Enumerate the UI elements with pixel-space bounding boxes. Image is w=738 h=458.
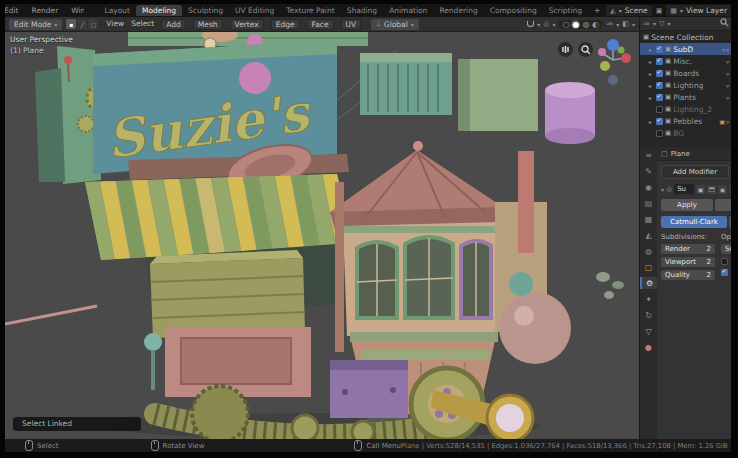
modifiers-tab-icon[interactable]: ⚙ xyxy=(640,277,657,289)
view-layer-tab-icon[interactable]: ▦ xyxy=(641,213,656,225)
tool-tab-icon[interactable]: ✎ xyxy=(641,165,656,177)
expand-icon[interactable]: ▸ xyxy=(649,58,654,65)
tab-compositing[interactable]: Compositing xyxy=(484,5,543,16)
simple-button[interactable] xyxy=(729,216,731,228)
tab-shading[interactable]: Shading xyxy=(341,5,383,16)
snap-magnet-icon[interactable] xyxy=(527,21,534,27)
apply-button[interactable]: Apply xyxy=(661,199,713,211)
vertex-select-icon[interactable]: ▪ xyxy=(66,19,76,29)
uv-smooth-dropdown[interactable]: Smooth xyxy=(721,244,731,254)
menu-select[interactable]: Select xyxy=(131,19,154,30)
outliner-item-pebbles[interactable]: ▸ ▣ Pebbles ▣▿ xyxy=(640,115,731,127)
copy-button[interactable] xyxy=(715,199,731,211)
checkbox[interactable] xyxy=(656,106,663,113)
menu-window[interactable]: Window xyxy=(69,5,84,16)
extra-toggle[interactable]: ▽ xyxy=(729,185,731,194)
render-tab-icon[interactable]: ◉ xyxy=(641,181,656,193)
checkbox[interactable] xyxy=(656,70,663,77)
menu-edge[interactable]: Edge xyxy=(271,19,300,30)
transform-orientation-dropdown[interactable]: ⟂ Global ▾ xyxy=(371,19,419,30)
show-overlays-icon[interactable]: ◧ xyxy=(622,20,629,28)
expand-icon[interactable]: ▸ xyxy=(649,46,654,53)
show-gizmos-icon[interactable]: ≔ xyxy=(606,20,613,28)
tab-modeling[interactable]: Modeling xyxy=(136,5,182,16)
outliner-item-misc[interactable]: ▸ ▣ Misc. ▿ xyxy=(640,55,731,67)
menu-uv[interactable]: UV xyxy=(341,19,362,30)
checkbox[interactable] xyxy=(721,258,728,265)
outliner-item-subd[interactable]: ▸ ▣ SubD ▿▿ xyxy=(640,43,731,55)
menu-view[interactable]: View xyxy=(106,19,124,30)
view-layer-selector[interactable]: ▦ ▾ View Layer xyxy=(666,5,731,16)
tab-animation[interactable]: Animation xyxy=(383,5,433,16)
tab-texture-paint[interactable]: Texture Paint xyxy=(280,5,340,16)
render-display-toggle[interactable]: ◉ xyxy=(718,185,727,194)
rendered-shading-icon[interactable]: ◐ xyxy=(591,20,600,29)
add-modifier-button[interactable]: Add Modifier xyxy=(661,165,729,179)
edge-select-icon[interactable]: ╱ xyxy=(77,19,87,29)
face-select-icon[interactable]: ▢ xyxy=(88,19,98,29)
use-limit-option[interactable]: Use xyxy=(721,268,731,276)
quality-field[interactable]: Quality 2 xyxy=(661,270,715,280)
navigation-gizmo[interactable] xyxy=(593,36,635,96)
outliner-item-lighting-2[interactable]: ▣ Lighting_2 xyxy=(640,103,731,115)
optimal-display-option[interactable]: Optimal xyxy=(721,257,731,265)
menu-add[interactable]: Add xyxy=(161,19,186,30)
proportional-edit-icon[interactable]: ◎ xyxy=(543,20,549,28)
zoom-view-button[interactable] xyxy=(578,42,593,57)
expand-icon[interactable]: ▸ xyxy=(649,94,654,101)
checkbox[interactable] xyxy=(656,58,663,65)
tab-rendering[interactable]: Rendering xyxy=(433,5,483,16)
outliner-root[interactable]: ▣ Scene Collection xyxy=(640,31,731,43)
mode-dropdown[interactable]: Edit Mode ▾ xyxy=(9,19,62,30)
menu-face[interactable]: Face xyxy=(307,19,334,30)
material-shading-icon[interactable]: ◍ xyxy=(581,20,590,29)
scene-selector[interactable]: ◭ ▾ Scene xyxy=(606,5,651,16)
expand-icon[interactable]: ▾ xyxy=(661,186,664,193)
tab-scripting[interactable]: Scripting xyxy=(543,5,588,16)
wireframe-shading-icon[interactable]: ○ xyxy=(561,20,570,29)
tab-sculpting[interactable]: Sculpting xyxy=(182,5,229,16)
outliner-item-lighting[interactable]: ▸ ▣ Lighting ▿ xyxy=(640,79,731,91)
checkbox[interactable] xyxy=(656,130,663,137)
tab-layout[interactable]: Layout xyxy=(98,5,136,16)
editor-type-icon[interactable]: ≡ xyxy=(641,149,656,161)
search-icon[interactable] xyxy=(720,18,729,29)
add-workspace-button[interactable]: + xyxy=(588,5,606,16)
checkbox[interactable] xyxy=(656,82,663,89)
scene-tab-icon[interactable]: ◭ xyxy=(641,229,656,241)
operator-panel[interactable]: Select Linked xyxy=(13,417,141,431)
display-mode-icon[interactable]: ≔ xyxy=(643,20,650,28)
object-tab-icon[interactable]: ▢ xyxy=(641,261,656,273)
outliner-item-boards[interactable]: ▸ ▣ Boards ▿ xyxy=(640,67,731,79)
menu-render[interactable]: Render xyxy=(30,5,61,16)
world-tab-icon[interactable]: ◍ xyxy=(641,245,656,257)
checkbox[interactable] xyxy=(656,46,663,53)
checkbox[interactable] xyxy=(656,118,663,125)
tab-uv-editing[interactable]: UV Editing xyxy=(229,5,280,16)
checkbox[interactable] xyxy=(656,94,663,101)
material-tab-icon[interactable]: ● xyxy=(641,341,656,353)
solid-shading-icon[interactable]: ● xyxy=(571,20,580,29)
modifier-name-field[interactable]: Su xyxy=(674,184,694,194)
menu-edit[interactable]: Edit xyxy=(5,5,21,16)
particles-tab-icon[interactable]: ✦ xyxy=(641,293,656,305)
outliner-item-bg[interactable]: ▣ BG xyxy=(640,127,731,139)
render-subdivisions-field[interactable]: Render 2 xyxy=(661,244,715,254)
outliner-item-plants[interactable]: ▸ ▣ Plants ▿ xyxy=(640,91,731,103)
filter-icon[interactable]: ▽ xyxy=(659,20,664,28)
output-tab-icon[interactable]: ▤ xyxy=(641,197,656,209)
object-data-tab-icon[interactable]: ▽ xyxy=(641,325,656,337)
3d-viewport[interactable]: Suzie's xyxy=(5,32,639,439)
new-scene-icon[interactable]: ▣ xyxy=(656,7,663,15)
edit-mode-display-toggle[interactable]: ▣ xyxy=(696,185,705,194)
catmull-clark-button[interactable]: Catmull-Clark xyxy=(661,216,727,228)
viewport-subdivisions-field[interactable]: Viewport 2 xyxy=(661,257,715,267)
expand-icon[interactable]: ▸ xyxy=(649,118,654,125)
pan-view-button[interactable] xyxy=(558,42,573,57)
physics-tab-icon[interactable]: ↻ xyxy=(641,309,656,321)
expand-icon[interactable]: ▸ xyxy=(649,70,654,77)
expand-icon[interactable]: ▸ xyxy=(649,82,654,89)
realtime-display-toggle[interactable]: 🗖 xyxy=(707,185,716,194)
menu-mesh[interactable]: Mesh xyxy=(193,19,223,30)
menu-vertex[interactable]: Vertex xyxy=(230,19,264,30)
